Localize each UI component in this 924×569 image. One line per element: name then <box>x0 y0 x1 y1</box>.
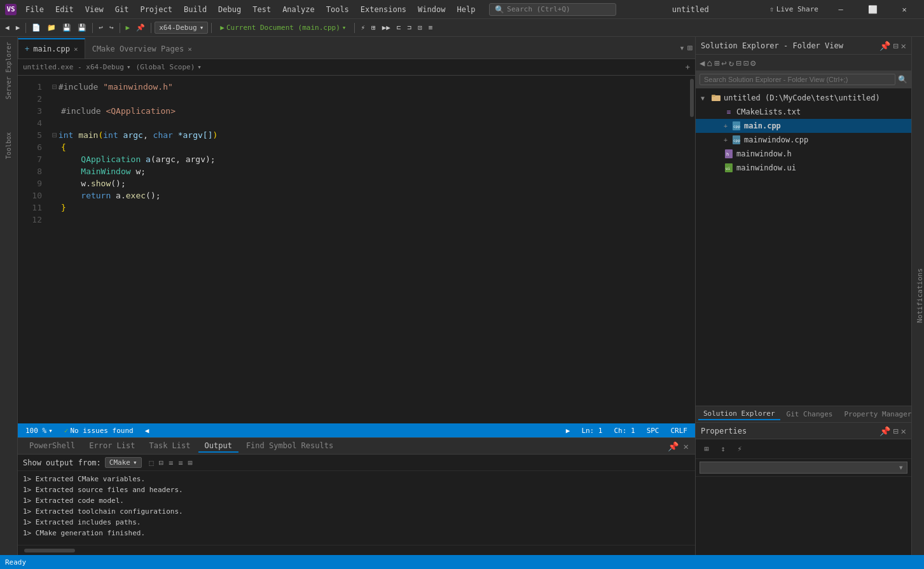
menu-git[interactable]: Git <box>110 4 134 15</box>
toolbar-extra-1[interactable]: ⚡ <box>358 22 368 33</box>
panel-tab-error-list[interactable]: Error List <box>83 440 141 453</box>
se-back-button[interactable]: ◀ <box>700 58 705 68</box>
se-settings-button[interactable]: ⚙ <box>750 58 755 68</box>
menu-build[interactable]: Build <box>179 4 212 15</box>
menu-project[interactable]: Project <box>135 4 177 15</box>
start-button[interactable]: ▶ <box>123 22 133 33</box>
config-dropdown[interactable]: x64-Debug ▾ <box>155 22 208 34</box>
toolbar-extra-2[interactable]: ⊞ <box>369 22 378 33</box>
tree-item-0[interactable]: ▼untitled (D:\MyCode\test\untitled) <box>696 91 911 105</box>
tab-cmake-close[interactable]: × <box>188 45 192 53</box>
save-button[interactable]: 💾 <box>60 22 74 33</box>
panel-tab-find-symbol[interactable]: Find Symbol Results <box>240 440 340 453</box>
panel-expand-button[interactable]: ⊞ <box>187 458 194 467</box>
properties-pin-button[interactable]: 📌 <box>879 426 890 436</box>
status-nav-right[interactable]: ▶ <box>563 427 573 435</box>
properties-dock-button[interactable]: ⊟ <box>893 426 898 436</box>
attach-button[interactable]: 📌 <box>134 22 148 33</box>
tab-overflow-button[interactable]: ▾ <box>679 43 684 53</box>
editor-scrollbar-thumb[interactable] <box>690 79 694 117</box>
se-show-all-button[interactable]: ⊟ <box>736 58 741 68</box>
menu-help[interactable]: Help <box>452 4 480 15</box>
menu-tools[interactable]: Tools <box>321 4 354 15</box>
tab-main-cpp[interactable]: + main.cpp × <box>18 38 85 58</box>
menu-extensions[interactable]: Extensions <box>355 4 411 15</box>
status-nav-left[interactable]: ◀ <box>142 427 152 435</box>
toolbar-extra-4[interactable]: ⊏ <box>394 22 404 33</box>
se-sync-button[interactable]: ⊞ <box>714 58 719 68</box>
menu-view[interactable]: View <box>80 4 109 15</box>
editor-scrollbar-v[interactable] <box>689 76 695 423</box>
output-source-dropdown[interactable]: CMake ▾ <box>105 457 142 468</box>
panel-close-button[interactable]: ✕ <box>682 441 690 451</box>
properties-alphabetical-button[interactable]: ↕ <box>716 442 730 456</box>
panel-filter-button[interactable]: ≡ <box>167 458 174 467</box>
live-share-button[interactable]: ⇧ Live Share <box>764 4 824 15</box>
menu-edit[interactable]: Edit <box>50 4 79 15</box>
menu-file[interactable]: File <box>20 4 49 15</box>
tab-main-cpp-close[interactable]: × <box>74 45 78 53</box>
scope-add-button[interactable]: + <box>686 63 690 72</box>
se-refresh-button[interactable]: ↻ <box>729 58 734 68</box>
panel-list-button[interactable]: ≡ <box>177 458 184 467</box>
toolbar-extra-3[interactable]: ▶▶ <box>380 22 393 33</box>
status-eol[interactable]: CRLF <box>668 427 691 435</box>
tab-solution-explorer[interactable]: Solution Explorer <box>698 408 780 420</box>
panel-scrollbar-thumb[interactable] <box>24 549 75 552</box>
status-enc[interactable]: SPC <box>644 427 662 435</box>
code-editor[interactable]: 123456789101112 ⊟#include "mainwindow.h"… <box>18 76 695 423</box>
run-button[interactable]: ▶ Current Document (main.cpp) ▾ <box>215 22 351 33</box>
properties-object-dropdown-button[interactable]: ▾ <box>700 462 907 474</box>
status-ch[interactable]: Ch: 1 <box>612 427 638 435</box>
panel-clear-button[interactable]: ⊟ <box>158 458 165 467</box>
back-button[interactable]: ◀ <box>3 22 12 33</box>
se-collapse-button[interactable]: ↩ <box>721 58 726 68</box>
notifications-label[interactable]: Notifications <box>916 263 924 328</box>
status-ln[interactable]: Ln: 1 <box>579 427 605 435</box>
panel-tab-task-list[interactable]: Task List <box>143 440 197 453</box>
tab-property-manager[interactable]: Property Manager <box>839 409 911 420</box>
properties-pages-button[interactable]: ⚡ <box>733 442 747 456</box>
panel-scrollbar-h[interactable] <box>18 548 695 553</box>
server-explorer-label[interactable]: Server Explorer <box>4 39 13 102</box>
tree-item-2[interactable]: +cppmain.cpp <box>696 119 911 133</box>
toolbar-extra-6[interactable]: ⊡ <box>415 22 425 33</box>
close-button[interactable]: ✕ <box>890 0 919 19</box>
toolbar-extra-7[interactable]: ≡ <box>426 22 436 33</box>
properties-categorized-button[interactable]: ⊞ <box>700 442 714 456</box>
collapse-icon-5[interactable]: ⊟ <box>52 129 57 141</box>
se-home-button[interactable]: ⌂ <box>707 58 712 68</box>
menu-analyze[interactable]: Analyze <box>277 4 320 15</box>
forward-button[interactable]: ▶ <box>13 22 23 33</box>
se-view-button[interactable]: ⊡ <box>743 58 748 68</box>
panel-tab-output[interactable]: Output <box>198 440 238 453</box>
panel-wrap-button[interactable]: ⬚ <box>148 458 155 467</box>
panel-tab-powershell[interactable]: PowerShell <box>23 440 81 453</box>
minimize-button[interactable]: — <box>826 0 855 19</box>
tab-cmake-overview[interactable]: CMake Overview Pages × <box>85 38 199 58</box>
global-search[interactable]: 🔍 Search (Ctrl+Q) <box>489 3 616 16</box>
scope-dropdown[interactable]: untitled.exe - x64-Debug ▾ <box>23 63 131 71</box>
tree-item-3[interactable]: +cppmainwindow.cpp <box>696 133 911 147</box>
menu-test[interactable]: Test <box>247 4 276 15</box>
status-issues[interactable]: ✓ No issues found <box>62 427 136 435</box>
tree-item-1[interactable]: ≡CMakeLists.txt <box>696 105 911 119</box>
solution-explorer-pin-button[interactable]: 📌 <box>879 41 890 51</box>
solution-explorer-search-input[interactable] <box>700 74 895 85</box>
toolbar-extra-5[interactable]: ⊐ <box>405 22 415 33</box>
menu-debug[interactable]: Debug <box>213 4 246 15</box>
panel-pin-button[interactable]: 📌 <box>666 441 680 451</box>
menu-window[interactable]: Window <box>413 4 450 15</box>
scope-right-dropdown[interactable]: (Global Scope) ▾ <box>136 63 202 71</box>
tree-item-5[interactable]: uimainwindow.ui <box>696 161 911 175</box>
open-button[interactable]: 📁 <box>45 22 59 33</box>
save-all-button[interactable]: 💾 <box>75 22 89 33</box>
status-zoom[interactable]: 100 % ▾ <box>23 427 55 435</box>
solution-explorer-close-button[interactable]: ✕ <box>901 41 906 51</box>
properties-close-button[interactable]: ✕ <box>901 426 906 436</box>
new-project-button[interactable]: 📄 <box>29 22 43 33</box>
solution-explorer-dock-button[interactable]: ⊟ <box>893 41 898 51</box>
toolbox-label[interactable]: Toolbox <box>4 130 13 161</box>
tab-close-all-button[interactable]: ⊞ <box>687 43 693 53</box>
redo-button[interactable]: ↪ <box>107 22 116 33</box>
